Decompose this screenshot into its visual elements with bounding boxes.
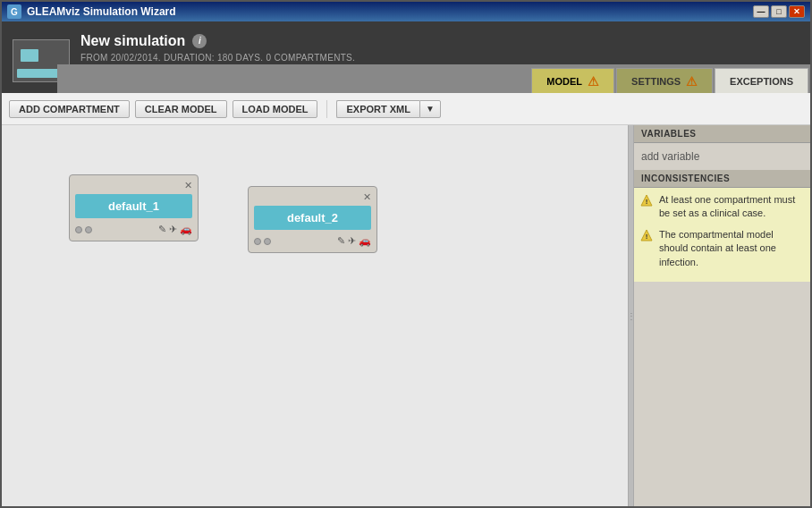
compartment-default1[interactable]: ✕ default_1 ✎ ✈ 🚗: [69, 174, 199, 241]
inconsistency-text-1: At least one compartment must be set as …: [659, 193, 805, 221]
compartment2-dots: [254, 238, 271, 245]
comp2-dot1: [254, 238, 261, 245]
tab-settings-label: SETTINGS: [631, 76, 681, 87]
compartment-default2[interactable]: ✕ default_2 ✎ ✈ 🚗: [248, 186, 377, 253]
export-xml-button[interactable]: EXPORT XML: [336, 100, 419, 118]
main-content: ✕ default_1 ✎ ✈ 🚗: [2, 125, 810, 506]
right-panel: VARIABLES add variable INCONSISTENCIES !: [633, 125, 810, 506]
window-controls: — □ ✕: [753, 5, 805, 18]
svg-text:!: !: [646, 233, 648, 241]
maximize-button[interactable]: □: [771, 5, 787, 18]
sim-title-row: New simulation i: [80, 33, 799, 49]
header-panel: New simulation i FROM 20/02/2014. DURATI…: [2, 21, 810, 93]
toolbar-separator: [326, 100, 327, 118]
export-group: EXPORT XML ▼: [336, 100, 440, 118]
compartment1-dots: [75, 226, 92, 233]
tab-model[interactable]: MODEL ⚠: [531, 68, 614, 93]
compartment2-footer: ✎ ✈ 🚗: [254, 235, 371, 247]
compartment2-close-button[interactable]: ✕: [363, 192, 371, 202]
inconsistency-item-1: ! At least one compartment must be set a…: [639, 193, 805, 221]
variables-header: VARIABLES: [634, 125, 810, 143]
compartment1-name[interactable]: default_1: [75, 194, 192, 218]
comp1-plane-icon[interactable]: ✈: [169, 224, 177, 235]
tab-settings[interactable]: SETTINGS ⚠: [616, 68, 713, 93]
warn-icon-1: !: [639, 194, 654, 207]
tab-model-label: MODEL: [546, 76, 582, 87]
clear-model-button[interactable]: CLEAR MODEL: [135, 100, 227, 118]
comp1-dot2: [85, 226, 92, 233]
comp1-car-icon[interactable]: 🚗: [180, 224, 192, 235]
compartment1-icons: ✎ ✈ 🚗: [158, 224, 192, 235]
export-dropdown-button[interactable]: ▼: [419, 100, 441, 118]
info-icon[interactable]: i: [192, 34, 207, 48]
tab-exceptions-label: EXCEPTIONS: [730, 76, 793, 87]
svg-text:!: !: [646, 198, 648, 206]
comp2-car-icon[interactable]: 🚗: [359, 235, 371, 247]
comp2-plane-icon[interactable]: ✈: [348, 235, 356, 247]
model-warn-icon: ⚠: [588, 74, 599, 89]
comp1-edit-icon[interactable]: ✎: [158, 224, 166, 235]
comp2-edit-icon[interactable]: ✎: [337, 235, 345, 247]
compartment1-close-button[interactable]: ✕: [184, 181, 192, 190]
compartment2-header: ✕: [254, 192, 371, 202]
window-title: GLEAMviz Simulation Wizard: [27, 5, 753, 18]
add-compartment-button[interactable]: ADD COMPARTMENT: [9, 100, 130, 118]
simulation-name: New simulation: [80, 33, 185, 49]
inconsistency-text-2: The compartmental model should contain a…: [659, 228, 805, 269]
app-icon: G: [7, 4, 21, 19]
variables-body: add variable: [634, 143, 810, 170]
compartment2-icons: ✎ ✈ 🚗: [337, 235, 371, 247]
tab-exceptions[interactable]: EXCEPTIONS: [715, 68, 808, 93]
compartment2-name[interactable]: default_2: [254, 206, 371, 230]
compartment1-header: ✕: [75, 181, 192, 190]
comp2-dot2: [264, 238, 271, 245]
variables-section: VARIABLES add variable: [634, 125, 810, 170]
warn-icon-2: !: [639, 229, 654, 241]
close-button[interactable]: ✕: [789, 5, 805, 18]
settings-warn-icon: ⚠: [686, 74, 698, 89]
toolbar: ADD COMPARTMENT CLEAR MODEL LOAD MODEL E…: [2, 93, 810, 125]
minimize-button[interactable]: —: [753, 5, 769, 18]
add-variable-link[interactable]: add variable: [641, 150, 699, 163]
main-window: G GLEAMviz Simulation Wizard — □ ✕ New s…: [0, 0, 812, 508]
inconsistencies-header: INCONSISTENCIES: [634, 170, 810, 188]
inconsistency-item-2: ! The compartmental model should contain…: [639, 228, 805, 269]
comp1-dot1: [75, 226, 82, 233]
load-model-button[interactable]: LOAD MODEL: [233, 100, 318, 118]
inconsistencies-body: ! At least one compartment must be set a…: [634, 188, 810, 282]
canvas-area[interactable]: ✕ default_1 ✎ ✈ 🚗: [2, 125, 628, 506]
compartment1-footer: ✎ ✈ 🚗: [75, 224, 192, 235]
title-bar: G GLEAMviz Simulation Wizard — □ ✕: [2, 2, 810, 21]
inconsistencies-section: INCONSISTENCIES ! At least one compartme…: [634, 170, 810, 506]
simulation-meta: FROM 20/02/2014. DURATION: 180 DAYS. 0 C…: [80, 53, 799, 63]
